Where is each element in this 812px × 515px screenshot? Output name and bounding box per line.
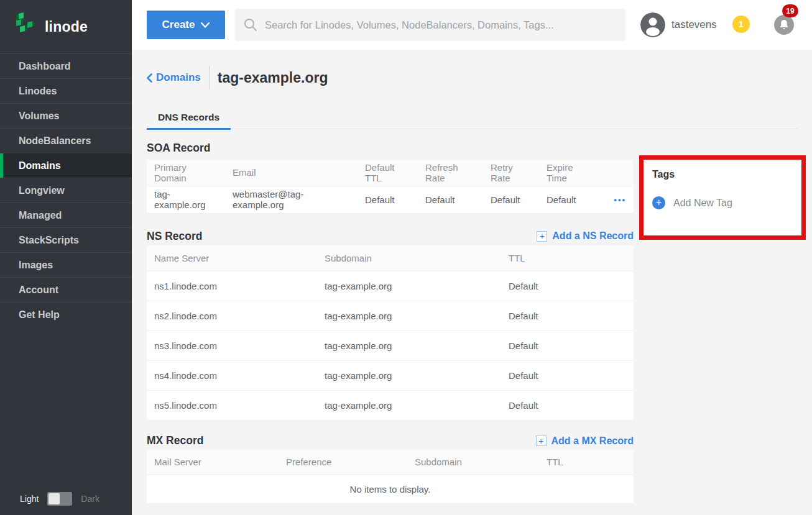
ns-name-server: ns4.linode.com: [147, 361, 317, 391]
soa-col-email: Email: [225, 160, 358, 186]
add-ns-record-label: Add a NS Record: [552, 230, 634, 242]
add-ns-record-button[interactable]: + Add a NS Record: [537, 230, 634, 242]
topbar: Create tastevens 1 19: [132, 0, 812, 50]
soa-primary-domain: tag-example.org: [147, 186, 225, 213]
sidebar-item-managed[interactable]: Managed: [0, 203, 132, 227]
soa-col-actions: [596, 160, 634, 186]
create-button[interactable]: Create: [147, 11, 225, 39]
plus-square-icon: +: [536, 435, 547, 446]
theme-toggle-switch[interactable]: [47, 492, 72, 506]
tab-dns-records[interactable]: DNS Records: [147, 106, 231, 130]
ns-subdomain: tag-example.org: [317, 301, 501, 331]
add-new-tag-label: Add New Tag: [673, 198, 732, 209]
linode-logo-icon: [15, 12, 37, 41]
soa-col-expire-time: Expire Time: [539, 160, 596, 186]
tags-highlight-annotation: Tags + Add New Tag: [639, 155, 806, 240]
mx-section-header: MX Record + Add a MX Record: [147, 434, 634, 447]
sidebar-item-account[interactable]: Account: [0, 277, 132, 302]
theme-toggle: Light Dark: [0, 488, 132, 510]
ns-section-header: NS Record + Add a NS Record: [147, 230, 634, 243]
records-column: SOA Record Primary Domain Email Default …: [147, 129, 634, 504]
soa-col-primary-domain: Primary Domain: [147, 160, 225, 186]
ns-table: Name Server Subdomain TTL ns1.linode.com…: [147, 245, 634, 421]
sidebar-item-dashboard[interactable]: Dashboard: [0, 53, 132, 78]
breadcrumb-divider: [209, 66, 210, 89]
add-mx-record-button[interactable]: + Add a MX Record: [536, 435, 634, 447]
sidebar-item-images[interactable]: Images: [0, 252, 132, 277]
logo-wordmark: linode: [45, 19, 88, 35]
add-new-tag-button[interactable]: + Add New Tag: [652, 196, 793, 209]
sidebar-item-linodes[interactable]: Linodes: [0, 78, 132, 103]
create-button-label: Create: [162, 19, 195, 31]
event-count-badge[interactable]: 1: [732, 16, 750, 33]
ns-row: ns1.linode.com tag-example.org Default: [147, 271, 634, 301]
soa-col-retry-rate: Retry Rate: [483, 160, 539, 186]
plus-square-icon: +: [537, 231, 547, 242]
mx-col-preference: Preference: [279, 450, 407, 475]
tags-panel: Tags + Add New Tag: [644, 160, 801, 235]
soa-heading: SOA Record: [147, 142, 210, 155]
ns-ttl: Default: [501, 301, 634, 331]
ns-ttl: Default: [501, 271, 634, 301]
ns-col-subdomain: Subdomain: [317, 245, 501, 271]
theme-toggle-knob: [48, 493, 60, 504]
ns-row: ns5.linode.com tag-example.org Default: [147, 391, 634, 421]
sidebar-item-nodebalancers[interactable]: NodeBalancers: [0, 128, 132, 153]
soa-actions-menu-icon[interactable]: •••: [596, 186, 634, 213]
ns-row: ns2.linode.com tag-example.org Default: [147, 301, 634, 331]
ns-col-ttl: TTL: [501, 245, 634, 271]
mx-empty-message: No items to display.: [147, 475, 634, 503]
main-content: Domains tag-example.org DNS Records SOA …: [132, 50, 812, 515]
ns-name-server: ns2.linode.com: [147, 301, 317, 331]
breadcrumb: Domains tag-example.org: [147, 65, 328, 91]
username-menu[interactable]: tastevens: [671, 0, 717, 50]
ns-heading: NS Record: [147, 230, 202, 243]
mx-table-header: Mail Server Preference Subdomain TTL: [147, 450, 634, 475]
linode-logo[interactable]: linode: [0, 0, 132, 52]
soa-expire-time: Default: [539, 186, 596, 213]
plus-circle-icon: +: [652, 196, 665, 209]
sidebar-item-longview[interactable]: Longview: [0, 178, 132, 203]
chevron-down-icon: [201, 22, 210, 28]
user-avatar[interactable]: [640, 12, 665, 37]
breadcrumb-back-link[interactable]: Domains: [147, 71, 201, 84]
page-title: tag-example.org: [218, 70, 328, 86]
global-search[interactable]: [235, 9, 625, 41]
soa-table: Primary Domain Email Default TTL Refresh…: [147, 160, 634, 214]
ns-subdomain: tag-example.org: [317, 361, 501, 391]
ns-name-server: ns5.linode.com: [147, 391, 317, 421]
soa-refresh-rate: Default: [418, 186, 483, 213]
sidebar-item-volumes[interactable]: Volumes: [0, 103, 132, 128]
chevron-left-icon: [147, 73, 152, 83]
soa-default-ttl: Default: [358, 186, 418, 213]
ns-col-name-server: Name Server: [147, 245, 317, 271]
search-input[interactable]: [265, 19, 617, 31]
avatar-icon: [640, 12, 665, 37]
soa-col-default-ttl: Default TTL: [358, 160, 418, 186]
soa-retry-rate: Default: [483, 186, 539, 213]
mx-table: Mail Server Preference Subdomain TTL No …: [147, 450, 634, 504]
mx-heading: MX Record: [147, 434, 203, 447]
ns-row: ns4.linode.com tag-example.org Default: [147, 361, 634, 391]
sidebar-item-stackscripts[interactable]: StackScripts: [0, 227, 132, 252]
soa-email: webmaster@tag-example.org: [225, 186, 358, 213]
soa-col-refresh-rate: Refresh Rate: [418, 160, 483, 186]
soa-table-header: Primary Domain Email Default TTL Refresh…: [147, 160, 634, 186]
ns-subdomain: tag-example.org: [317, 331, 501, 361]
add-mx-record-label: Add a MX Record: [551, 435, 634, 447]
theme-light-label: Light: [20, 494, 39, 504]
search-icon: [244, 18, 257, 32]
ns-name-server: ns1.linode.com: [147, 271, 317, 301]
breadcrumb-back-label: Domains: [156, 71, 201, 84]
ns-ttl: Default: [501, 331, 634, 361]
soa-section-header: SOA Record: [147, 142, 634, 155]
ns-subdomain: tag-example.org: [317, 391, 501, 421]
notification-count-badge: 19: [782, 4, 798, 17]
notifications-button[interactable]: 19: [774, 15, 794, 35]
sidebar-item-domains[interactable]: Domains: [0, 153, 132, 178]
mx-col-ttl: TTL: [539, 450, 634, 475]
sidebar: linode Dashboard Linodes Volumes NodeBal…: [0, 0, 132, 515]
sidebar-item-get-help[interactable]: Get Help: [0, 302, 132, 327]
ns-ttl: Default: [501, 361, 634, 391]
mx-col-subdomain: Subdomain: [407, 450, 539, 475]
